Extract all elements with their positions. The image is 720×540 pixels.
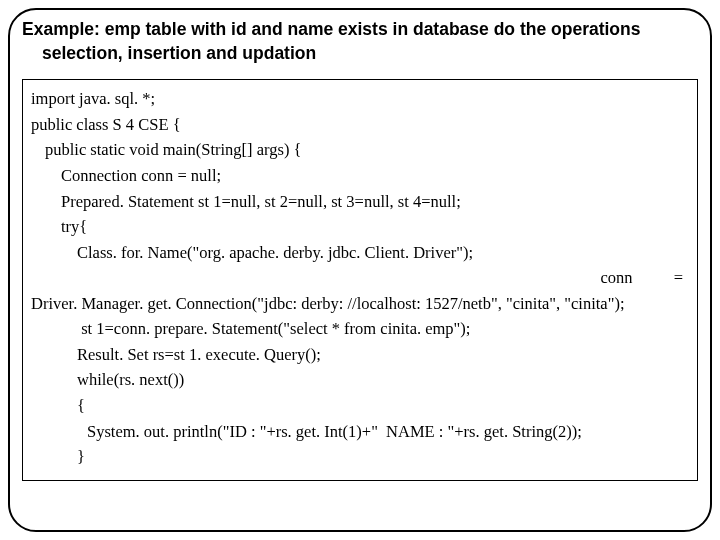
code-line: try{ — [31, 214, 689, 240]
code-line: public class S 4 CSE { — [31, 112, 689, 138]
title-line-1: Example: emp table with id and name exis… — [22, 18, 698, 42]
conn-eq: = — [674, 265, 689, 291]
code-line: st 1=conn. prepare. Statement("select * … — [31, 316, 689, 342]
code-box: import java. sql. *; public class S 4 CS… — [22, 79, 698, 480]
slide-frame: Example: emp table with id and name exis… — [8, 8, 712, 532]
code-line: Class. for. Name("org. apache. derby. jd… — [31, 240, 689, 266]
title-line-2: selection, insertion and updation — [22, 42, 698, 66]
code-line: public static void main(String[] args) { — [31, 137, 689, 163]
conn-var: conn — [80, 265, 632, 291]
code-line: { — [31, 393, 689, 419]
code-line: Driver. Manager. get. Connection("jdbc: … — [31, 291, 689, 317]
code-line: import java. sql. *; — [31, 86, 689, 112]
code-line: System. out. println("ID : "+rs. get. In… — [31, 419, 689, 445]
code-line: Prepared. Statement st 1=null, st 2=null… — [31, 189, 689, 215]
code-line: x conn = — [31, 265, 689, 291]
code-line: Connection conn = null; — [31, 163, 689, 189]
code-line: } — [31, 444, 689, 470]
code-line: Result. Set rs=st 1. execute. Query(); — [31, 342, 689, 368]
title-section: Example: emp table with id and name exis… — [22, 16, 698, 73]
code-line: while(rs. next()) — [31, 367, 689, 393]
